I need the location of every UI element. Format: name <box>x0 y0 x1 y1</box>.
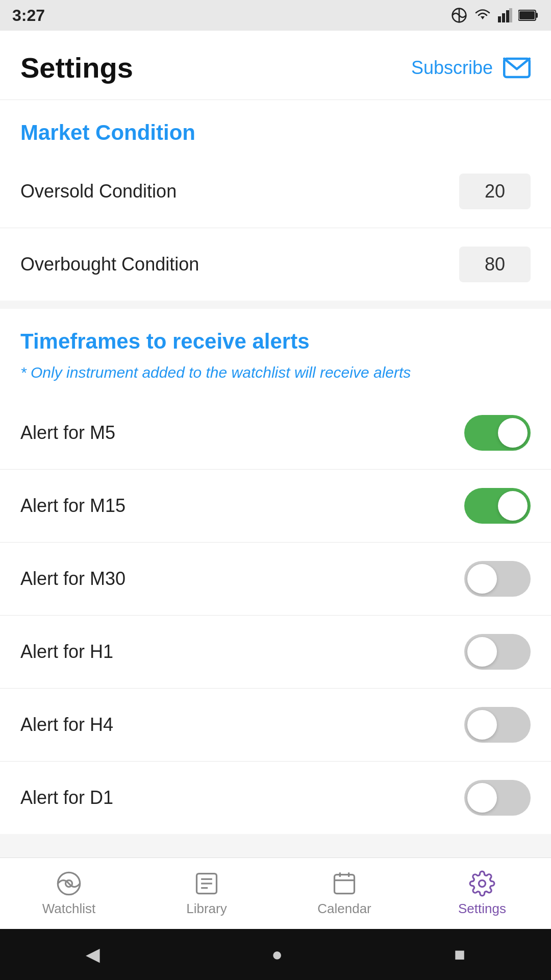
svg-point-20 <box>479 880 486 887</box>
oversold-label: Oversold Condition <box>20 181 177 202</box>
app-content: Settings Subscribe Market Condition Over… <box>0 31 551 929</box>
toggle-alert-for-m15[interactable] <box>464 488 531 524</box>
settings-icon <box>469 870 495 897</box>
timeframes-section: Timeframes to receive alerts * Only inst… <box>0 309 551 834</box>
toggle-slider <box>464 707 531 743</box>
toggle-slider <box>464 415 531 451</box>
android-nav: ◀ ● ■ <box>0 929 551 980</box>
alert-label-3: Alert for H1 <box>20 641 113 663</box>
svg-rect-16 <box>335 875 355 894</box>
status-icons <box>451 7 539 23</box>
svg-rect-7 <box>536 13 538 18</box>
mail-icon[interactable] <box>503 57 531 79</box>
overbought-row: Overbought Condition 80 <box>0 228 551 301</box>
alert-label-2: Alert for M30 <box>20 568 126 590</box>
alert-row-alert-for-m5: Alert for M5 <box>0 397 551 470</box>
toggle-alert-for-m30[interactable] <box>464 561 531 597</box>
nav-library[interactable]: Library <box>138 865 276 922</box>
page-title: Settings <box>20 51 133 84</box>
timeframes-group: Alert for M5Alert for M15Alert for M30Al… <box>0 397 551 834</box>
svg-rect-5 <box>509 8 512 22</box>
alert-row-alert-for-d1: Alert for D1 <box>0 762 551 834</box>
svg-rect-4 <box>506 10 509 22</box>
toggle-alert-for-h1[interactable] <box>464 634 531 670</box>
nav-settings-label: Settings <box>458 901 506 917</box>
alert-row-alert-for-h4: Alert for H4 <box>0 689 551 762</box>
signal-bars-icon <box>498 8 512 22</box>
svg-rect-8 <box>519 11 535 19</box>
alert-label-1: Alert for M15 <box>20 495 126 517</box>
oversold-row: Oversold Condition 20 <box>0 155 551 228</box>
header: Settings Subscribe <box>0 31 551 100</box>
nav-watchlist[interactable]: Watchlist <box>0 865 138 922</box>
oversold-value[interactable]: 20 <box>459 174 531 209</box>
home-button[interactable]: ● <box>271 944 283 965</box>
library-icon <box>193 870 220 897</box>
nav-watchlist-label: Watchlist <box>42 901 96 917</box>
nav-calendar-label: Calendar <box>317 901 371 917</box>
subscribe-button[interactable]: Subscribe <box>411 57 493 79</box>
toggle-slider <box>464 488 531 524</box>
battery-icon <box>518 9 539 21</box>
nav-calendar[interactable]: Calendar <box>276 865 413 922</box>
recent-button[interactable]: ■ <box>454 944 465 965</box>
svg-rect-2 <box>498 16 501 22</box>
toggle-alert-for-d1[interactable] <box>464 780 531 816</box>
overbought-label: Overbought Condition <box>20 254 199 275</box>
svg-rect-3 <box>502 13 505 22</box>
alert-label-0: Alert for M5 <box>20 422 115 444</box>
back-button[interactable]: ◀ <box>86 944 100 965</box>
status-time: 3:27 <box>12 6 45 25</box>
bottom-nav: Watchlist Library Calendar <box>0 857 551 929</box>
calendar-icon <box>331 870 358 897</box>
signal-icon <box>451 7 467 23</box>
toggle-slider <box>464 634 531 670</box>
alert-label-5: Alert for D1 <box>20 787 113 808</box>
market-condition-section: Market Condition Oversold Condition 20 O… <box>0 100 551 301</box>
header-actions: Subscribe <box>411 57 531 79</box>
alert-label-4: Alert for H4 <box>20 714 113 736</box>
nav-settings[interactable]: Settings <box>413 865 551 922</box>
toggle-alert-for-h4[interactable] <box>464 707 531 743</box>
toggle-alert-for-m5[interactable] <box>464 415 531 451</box>
overbought-value[interactable]: 80 <box>459 247 531 282</box>
nav-library-label: Library <box>186 901 227 917</box>
alert-row-alert-for-h1: Alert for H1 <box>0 616 551 689</box>
toggle-slider <box>464 561 531 597</box>
alert-row-alert-for-m30: Alert for M30 <box>0 543 551 616</box>
wifi-icon <box>473 8 492 22</box>
status-bar: 3:27 <box>0 0 551 31</box>
toggle-slider <box>464 780 531 816</box>
watchlist-icon <box>56 870 82 897</box>
scroll-content[interactable]: Market Condition Oversold Condition 20 O… <box>0 100 551 857</box>
timeframes-title: Timeframes to receive alerts <box>0 309 551 364</box>
market-condition-group: Oversold Condition 20 Overbought Conditi… <box>0 155 551 301</box>
market-condition-title: Market Condition <box>0 100 551 155</box>
alert-row-alert-for-m15: Alert for M15 <box>0 470 551 543</box>
alert-note: * Only instrument added to the watchlist… <box>0 364 551 397</box>
